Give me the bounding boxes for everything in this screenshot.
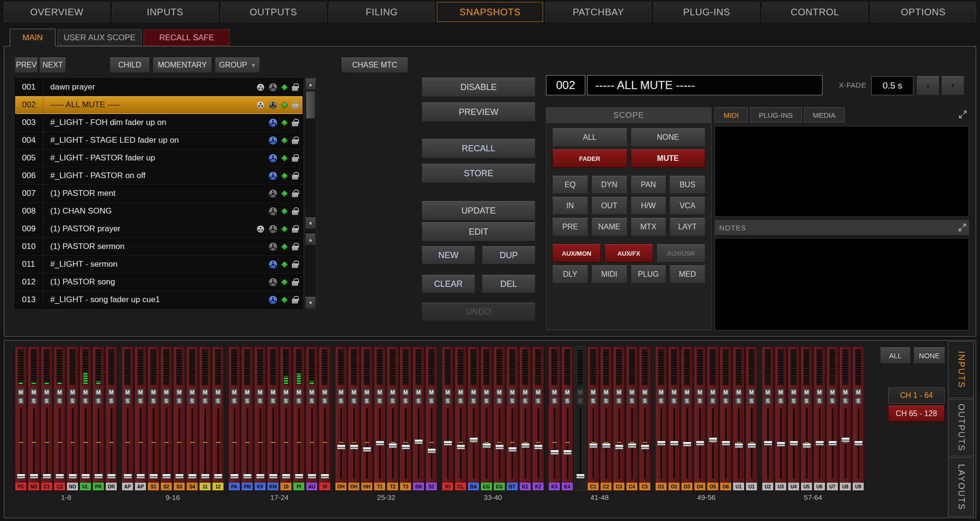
- fader-cap[interactable]: [307, 474, 316, 479]
- fader-cap[interactable]: [414, 439, 423, 444]
- snapshot-row[interactable]: 009(1) PASTOR prayer: [15, 220, 302, 238]
- scope-h-w-button[interactable]: H/W: [631, 197, 667, 215]
- scope-plug-button[interactable]: PLUG: [631, 265, 667, 283]
- fader-cap[interactable]: [563, 450, 572, 455]
- fader[interactable]: [67, 405, 78, 482]
- group-dropdown[interactable]: GROUP ▼: [215, 57, 260, 73]
- nav-tab-overview[interactable]: OVERVIEW: [4, 2, 110, 22]
- solo-button[interactable]: S: [748, 397, 755, 405]
- fader-cap[interactable]: [854, 441, 863, 446]
- scope-name-button[interactable]: NAME: [591, 218, 627, 236]
- solo-button[interactable]: S: [295, 397, 302, 405]
- mute-button[interactable]: M: [444, 388, 451, 396]
- next-button[interactable]: NEXT: [39, 57, 66, 73]
- solo-button[interactable]: S: [402, 397, 409, 405]
- fader[interactable]: [668, 405, 679, 482]
- fader-cap[interactable]: [815, 441, 824, 446]
- fader-cap[interactable]: [640, 444, 649, 450]
- fader-cap[interactable]: [94, 474, 103, 479]
- mute-button[interactable]: M: [496, 388, 503, 396]
- tab-plug-ins[interactable]: PLUG-INS: [750, 107, 802, 123]
- scope-all-button[interactable]: ALL: [552, 128, 627, 147]
- fader[interactable]: [161, 405, 172, 482]
- fader-cap[interactable]: [162, 474, 171, 479]
- fader-cap[interactable]: [29, 474, 38, 479]
- ch-65-128-button[interactable]: CH 65 - 128: [888, 406, 945, 422]
- snapshot-row[interactable]: 008(1) CHAN SONG: [15, 203, 302, 220]
- faders-all-button[interactable]: ALL: [880, 347, 911, 363]
- fader-cap[interactable]: [243, 474, 252, 479]
- fader-cap[interactable]: [734, 443, 743, 448]
- snapshot-row[interactable]: 010(1) PASTOR sermon: [15, 238, 302, 256]
- fader-cap[interactable]: [747, 443, 756, 448]
- preview-button[interactable]: PREVIEW: [422, 102, 535, 122]
- fader[interactable]: [507, 405, 518, 482]
- edit-button[interactable]: EDIT: [422, 222, 535, 241]
- mute-button[interactable]: M: [657, 388, 665, 396]
- scope-pan-button[interactable]: PAN: [631, 176, 667, 194]
- solo-button[interactable]: S: [803, 397, 810, 405]
- fader[interactable]: [174, 405, 185, 482]
- fader-cap[interactable]: [200, 474, 210, 479]
- del-button[interactable]: DEL: [482, 275, 535, 293]
- solo-button[interactable]: S: [577, 397, 584, 405]
- mute-button[interactable]: M: [470, 388, 477, 396]
- scrollbar-thumb[interactable]: [306, 91, 315, 119]
- fader-cap[interactable]: [576, 474, 585, 479]
- nav-tab-snapshots[interactable]: SNAPSHOTS: [437, 2, 543, 22]
- fader[interactable]: [319, 405, 330, 482]
- mute-button[interactable]: M: [244, 388, 251, 396]
- fader-cap[interactable]: [521, 443, 530, 448]
- solo-button[interactable]: S: [95, 397, 102, 405]
- fader-cap[interactable]: [375, 441, 384, 446]
- prev-button[interactable]: PREV: [15, 57, 38, 73]
- fader-cap[interactable]: [550, 450, 559, 455]
- faders-none-button[interactable]: NONE: [913, 347, 945, 363]
- fader-cap[interactable]: [682, 442, 691, 447]
- mute-button[interactable]: M: [321, 388, 328, 396]
- fader[interactable]: [187, 405, 198, 482]
- fader-cap[interactable]: [508, 447, 517, 452]
- fader[interactable]: [455, 405, 466, 482]
- tab-user-aux-scope[interactable]: USER AUX SCOPE: [57, 29, 142, 46]
- mute-button[interactable]: M: [295, 388, 302, 396]
- fader[interactable]: [601, 405, 612, 482]
- fader-cap[interactable]: [294, 474, 303, 479]
- xfade-decrease-button[interactable]: ▼: [941, 76, 964, 95]
- fader-cap[interactable]: [213, 474, 223, 479]
- fader-cap[interactable]: [601, 443, 611, 448]
- solo-button[interactable]: S: [535, 397, 542, 405]
- fader-cap[interactable]: [336, 444, 345, 450]
- fader[interactable]: [562, 405, 573, 482]
- mute-button[interactable]: M: [615, 388, 623, 396]
- fader[interactable]: [348, 405, 359, 482]
- fader-cap[interactable]: [456, 444, 465, 450]
- fader-cap[interactable]: [614, 444, 624, 450]
- solo-button[interactable]: S: [150, 397, 157, 405]
- fader-cap[interactable]: [708, 437, 717, 442]
- solo-button[interactable]: S: [124, 397, 131, 405]
- mute-button[interactable]: M: [564, 388, 571, 396]
- mute-button[interactable]: M: [108, 388, 115, 396]
- solo-button[interactable]: S: [163, 397, 170, 405]
- mute-button[interactable]: M: [829, 388, 836, 396]
- solo-button[interactable]: S: [470, 397, 477, 405]
- fader[interactable]: [106, 405, 117, 482]
- mute-button[interactable]: M: [214, 388, 222, 396]
- snapshot-row[interactable]: 012(1) PASTOR song: [15, 273, 302, 291]
- solo-button[interactable]: S: [722, 397, 729, 405]
- fader-cap[interactable]: [268, 474, 278, 479]
- fader-cap[interactable]: [388, 443, 397, 448]
- move-snapshot-up-button[interactable]: ▲: [305, 234, 316, 245]
- fader-cap[interactable]: [281, 474, 290, 479]
- fader[interactable]: [494, 405, 505, 482]
- mute-button[interactable]: M: [842, 388, 849, 396]
- solo-button[interactable]: S: [696, 397, 703, 405]
- fader[interactable]: [148, 405, 159, 482]
- fader[interactable]: [788, 405, 799, 482]
- nav-tab-patchbay[interactable]: PATCHBAY: [546, 2, 651, 22]
- fader-cap[interactable]: [107, 474, 116, 479]
- fader[interactable]: [212, 405, 223, 482]
- solo-button[interactable]: S: [389, 397, 396, 405]
- tab-main[interactable]: MAIN: [10, 29, 56, 46]
